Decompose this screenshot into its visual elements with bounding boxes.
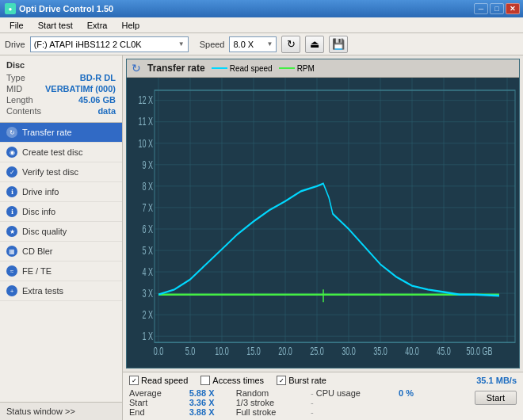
cpu-value: 0 % <box>399 388 426 398</box>
svg-text:3 X: 3 X <box>142 287 153 300</box>
disc-type-value: BD-R DL <box>80 73 116 82</box>
chart-title: Transfer rate <box>147 63 205 74</box>
full-stroke-label: Full stroke <box>236 407 311 417</box>
menu-extra[interactable]: Extra <box>81 19 114 32</box>
svg-text:50.0 GB: 50.0 GB <box>466 345 492 358</box>
eject-button[interactable]: ⏏ <box>305 36 324 53</box>
nav-create-disc-label: Create test disc <box>22 147 82 157</box>
legend-read-speed-label: Read speed <box>230 64 273 73</box>
legend-read-speed-color <box>212 67 227 69</box>
checkbox-read-speed[interactable]: ✓ Read speed <box>129 376 188 385</box>
extra-tests-icon: + <box>6 285 17 296</box>
svg-text:11 X: 11 X <box>138 115 153 128</box>
svg-text:35.0: 35.0 <box>373 345 387 358</box>
status-window-button[interactable]: Status window >> <box>0 402 122 420</box>
stroke13-label: 1/3 stroke <box>236 398 311 407</box>
svg-text:40.0: 40.0 <box>405 345 419 358</box>
status-window-label: Status window >> <box>6 407 75 416</box>
menu-file[interactable]: File <box>3 19 30 32</box>
checkbox-burst-rate[interactable]: ✓ Burst rate <box>277 376 326 385</box>
menu-help[interactable]: Help <box>115 19 146 32</box>
burst-rate-checkbox[interactable]: ✓ <box>277 376 286 385</box>
create-disc-icon: ◉ <box>6 147 17 158</box>
disc-length-label: Length <box>6 95 33 105</box>
menu-start-test[interactable]: Start test <box>32 19 79 32</box>
app-title: Opti Drive Control 1.50 <box>19 4 113 13</box>
chart-svg: 12 X 11 X 10 X 9 X 8 X 7 X 6 X 5 X 4 X 3… <box>127 78 519 368</box>
minimize-button[interactable]: ─ <box>474 3 488 14</box>
verify-disc-icon: ✓ <box>6 166 17 178</box>
legend-rpm-color <box>279 67 295 69</box>
svg-text:12 X: 12 X <box>138 94 153 107</box>
nav-disc-quality-label: Disc quality <box>22 227 67 236</box>
menu-bar: File Start test Extra Help <box>0 17 523 33</box>
nav-disc-info[interactable]: ℹ Disc info <box>0 202 122 222</box>
read-speed-checkbox-label: Read speed <box>141 376 188 385</box>
read-speed-checkbox[interactable]: ✓ <box>129 376 139 385</box>
checkbox-row: ✓ Read speed Access times ✓ Burst rate 3… <box>129 376 517 385</box>
nav-cd-bler[interactable]: ▦ CD Bler <box>0 242 122 262</box>
stats-table: Average 5.88 X Random - CPU usage 0 % St… <box>129 388 517 417</box>
svg-text:25.0: 25.0 <box>310 345 324 358</box>
full-stroke-value: - <box>311 407 316 417</box>
burst-rate-checkbox-label: Burst rate <box>288 376 326 385</box>
svg-text:8 X: 8 X <box>142 179 153 193</box>
chart-header: ↻ Transfer rate Read speed RPM <box>127 59 519 78</box>
chart-icon: ↻ <box>132 62 141 74</box>
legend-rpm: RPM <box>279 64 315 73</box>
app-icon: ● <box>5 3 16 14</box>
disc-contents-label: Contents <box>6 106 41 116</box>
drive-value: (F:) ATAPI iHBS112 2 CL0K <box>34 40 142 49</box>
stroke13-value: - <box>311 398 316 407</box>
close-button[interactable]: ✕ <box>506 3 520 14</box>
disc-contents-value: data <box>97 106 116 116</box>
random-value: - <box>311 388 316 398</box>
end-label: End <box>129 407 189 417</box>
fe-te-icon: ≈ <box>6 265 17 277</box>
start-label: Start <box>129 398 189 407</box>
svg-text:20.0: 20.0 <box>278 345 292 358</box>
end-value: 3.88 X <box>189 407 236 417</box>
svg-text:45.0: 45.0 <box>437 345 451 358</box>
drive-dropdown-arrow: ▼ <box>178 40 185 48</box>
legend-rpm-label: RPM <box>297 64 315 73</box>
drive-select[interactable]: (F:) ATAPI iHBS112 2 CL0K ▼ <box>30 36 189 52</box>
speed-select[interactable]: 8.0 X ▼ <box>229 36 277 52</box>
transfer-rate-icon: ↻ <box>6 127 17 138</box>
nav-cd-bler-label: CD Bler <box>22 246 53 256</box>
disc-section: Disc Type BD-R DL MID VERBATIMf (000) Le… <box>0 55 122 123</box>
nav-transfer-rate[interactable]: ↻ Transfer rate <box>0 123 122 143</box>
refresh-button[interactable]: ↻ <box>281 36 300 53</box>
nav-create-test-disc[interactable]: ◉ Create test disc <box>0 143 122 162</box>
disc-quality-icon: ★ <box>6 226 17 237</box>
content-area: ↻ Transfer rate Read speed RPM <box>123 55 523 420</box>
drive-label: Drive <box>5 40 25 49</box>
save-button[interactable]: 💾 <box>329 36 348 53</box>
nav-verify-test-disc[interactable]: ✓ Verify test disc <box>0 162 122 182</box>
nav-extra-tests[interactable]: + Extra tests <box>0 281 122 301</box>
nav-verify-disc-label: Verify test disc <box>22 167 78 177</box>
access-times-checkbox[interactable] <box>200 376 210 385</box>
start-value: 3.36 X <box>189 398 236 407</box>
start-button[interactable]: Start <box>475 391 517 405</box>
cd-bler-icon: ▦ <box>6 246 17 257</box>
disc-mid-value: VERBATIMf (000) <box>45 84 116 94</box>
svg-text:6 X: 6 X <box>142 223 153 236</box>
random-label: Random <box>236 388 311 398</box>
maximize-button[interactable]: □ <box>490 3 504 14</box>
svg-text:1 X: 1 X <box>142 330 153 343</box>
cpu-label: CPU usage <box>316 388 399 398</box>
nav-fe-te[interactable]: ≈ FE / TE <box>0 262 122 281</box>
svg-text:7 X: 7 X <box>142 201 153 215</box>
svg-text:10.0: 10.0 <box>215 345 229 358</box>
svg-text:10 X: 10 X <box>138 136 153 150</box>
burst-rate-value: 35.1 MB/s <box>476 376 517 385</box>
disc-mid-label: MID <box>6 84 22 94</box>
nav-drive-info[interactable]: ℹ Drive info <box>0 182 122 202</box>
sidebar: Disc Type BD-R DL MID VERBATIMf (000) Le… <box>0 55 123 420</box>
disc-title: Disc <box>6 60 116 70</box>
nav-disc-quality[interactable]: ★ Disc quality <box>0 222 122 242</box>
nav-drive-info-label: Drive info <box>22 187 59 197</box>
svg-text:5 X: 5 X <box>142 244 153 258</box>
checkbox-access-times[interactable]: Access times <box>200 376 264 385</box>
